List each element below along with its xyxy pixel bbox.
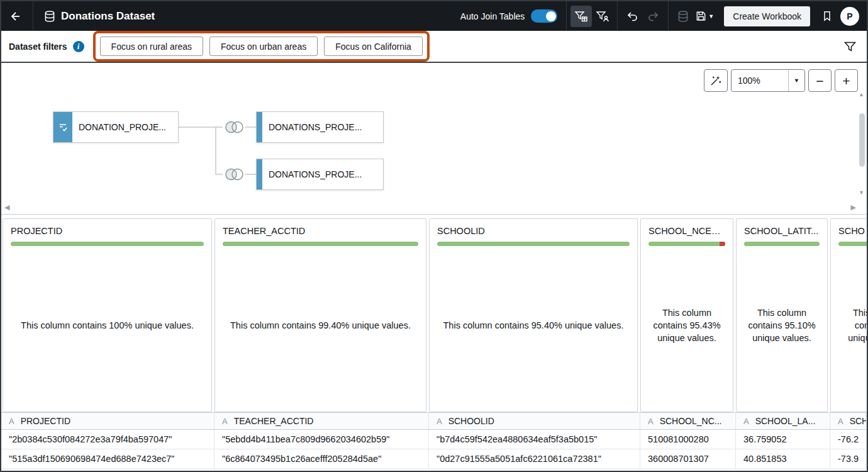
data-cell: -76.2 [830,430,867,449]
quality-text: This column contains 95.10% unique value… [744,246,820,405]
data-cell: "0d27c91555a5051afc6221061ca72381" [429,449,640,469]
zoom-in-button[interactable]: + [835,69,858,92]
filter-table-icon [574,10,588,23]
annotation-highlight: Focus on rural areas Focus on urban area… [93,31,430,62]
data-cell: "5ebdd4b411bea7c809d9662034602b59" [214,430,429,449]
info-icon[interactable]: i [73,41,84,52]
column-header-school-latitude[interactable]: A SCHOOL_LA... [736,413,830,429]
column-header-label: SCHOOL_LA... [755,416,816,426]
chevron-down-icon: ▼ [788,70,804,91]
auto-join-label: Auto Join Tables [460,11,525,21]
text-type-icon: A [838,417,843,426]
create-workbook-button[interactable]: Create Workbook [724,6,810,26]
table-node-donations-2[interactable]: DONATIONS_PROJE... [256,159,384,190]
quality-bar [437,242,630,246]
text-type-icon: A [437,417,442,426]
column-title: SCHOOLID [437,226,630,236]
column-header-label: TEACHER_ACCTID [234,416,314,426]
text-type-icon: A [222,417,228,426]
vertical-scrollbar-thumb[interactable] [859,113,865,167]
data-cell: "6c864073495b1c26acefff205284d5ae" [214,449,429,469]
magic-wand-icon [709,74,722,87]
scroll-left-icon[interactable]: ◀ [4,204,9,211]
zoom-controls: 100% ▼ − + [704,69,858,92]
join-icon-2[interactable] [223,166,245,183]
toolbar-separator [617,1,618,31]
zoom-level-value: 100% [738,76,760,86]
text-type-icon: A [9,417,14,426]
quality-card-teacher-acctid[interactable]: TEACHER_ACCTID This column contains 99.4… [214,218,426,412]
bookmark-button[interactable] [816,6,838,27]
workbook-filter-button[interactable] [592,6,613,27]
quality-card-projectid[interactable]: PROJECTID This column contains 100% uniq… [3,218,212,412]
toolbar-separator [566,1,567,31]
table-node-donations-1[interactable]: DONATIONS_PROJE... [256,111,384,143]
table-node-accent [257,112,262,142]
undo-button[interactable] [621,6,643,27]
column-header-school-ncesid[interactable]: A SCHOOL_NC... [640,413,736,429]
quality-cards-row: PROJECTID This column contains 100% uniq… [1,215,867,412]
table-node-donation-projects[interactable]: DONATION_PROJE... [53,111,179,143]
quality-text: This column contains … unique values. [838,246,867,405]
text-type-icon: A [743,417,749,426]
column-header-projectid[interactable]: A PROJECTID [1,413,214,429]
filter-button-urban[interactable]: Focus on urban areas [209,37,318,56]
quality-card-clipped[interactable]: SCHO This column contains … unique value… [830,218,867,412]
column-header-label: SCHO [850,416,867,426]
join-icon-1[interactable] [223,118,245,136]
column-title: SCHO [838,226,867,236]
zoom-out-button[interactable]: − [808,69,832,92]
table-node-label: DONATION_PROJE... [72,122,172,132]
filter-funnel-icon[interactable] [843,40,857,53]
column-header-teacher-acctid[interactable]: A TEACHER_ACCTID [214,413,429,429]
toolbar-separator [33,1,33,31]
data-row: "2b0384c530f084272e3a79f4ba597047" "5ebd… [1,430,867,449]
quality-text: This column contains 99.40% unique value… [223,246,418,405]
scroll-right-icon[interactable]: ▶ [851,204,856,211]
quality-text: This column contains 95.40% unique value… [437,246,630,405]
quality-bar [744,242,820,246]
dataset-filter-button[interactable] [570,6,592,27]
table-node-label: DONATIONS_PROJE... [262,169,368,179]
undo-icon [626,10,638,23]
database-icon [677,10,689,23]
dataset-filters-label: Dataset filters [9,42,67,52]
dataset-editor-window: Donations Dataset Auto Join Tables [0,0,868,472]
column-title: SCHOOL_LATIT... [744,226,820,236]
dataset-filters-bar: Dataset filters i Focus on rural areas F… [1,31,867,63]
redo-button[interactable] [643,6,664,27]
data-cell: "515a3df150690698474ed688e7423ec7" [1,449,214,469]
column-header-clipped[interactable]: A SCHO [830,413,867,429]
filter-button-rural[interactable]: Focus on rural areas [100,37,203,56]
column-header-schoolid[interactable]: A SCHOOLID [429,413,640,429]
save-button[interactable]: ▼ [694,6,715,27]
auto-join-toggle[interactable] [531,9,557,23]
save-menu-chevron-icon[interactable]: ▼ [708,13,714,20]
column-title: PROJECTID [11,226,204,236]
quality-card-school-latitude[interactable]: SCHOOL_LATIT... This column contains 95.… [736,218,828,412]
column-title: TEACHER_ACCTID [223,226,418,236]
table-node-label: DONATIONS_PROJE... [262,122,368,132]
back-button[interactable] [1,2,29,30]
scroll-up-icon[interactable]: ▲ [859,92,864,98]
quality-check-icon [58,122,68,132]
user-avatar[interactable]: P [840,7,859,26]
column-title: SCHOOL_NCESID [648,226,725,236]
bookmark-icon [821,10,833,22]
data-cell: 360008701307 [640,449,736,469]
save-icon [695,10,707,22]
zoom-level-select[interactable]: 100% ▼ [731,69,805,92]
data-button[interactable] [672,6,694,27]
data-cell: 510081000280 [640,430,736,449]
quality-card-school-ncesid[interactable]: SCHOOL_NCESID This column contains 95.43… [640,218,733,412]
auto-layout-button[interactable] [704,69,728,92]
quality-card-schoolid[interactable]: SCHOOLID This column contains 95.40% uni… [429,218,638,412]
data-cell: 40.851853 [736,449,830,469]
column-header-label: SCHOOL_NC... [660,416,722,426]
scroll-down-icon[interactable]: ▼ [859,190,864,196]
auto-join-group: Auto Join Tables [460,9,557,23]
filter-button-california[interactable]: Focus on California [324,37,423,56]
data-cell: -73.9 [830,449,867,469]
column-header-label: SCHOOLID [448,416,494,426]
filter-user-icon [596,10,609,23]
